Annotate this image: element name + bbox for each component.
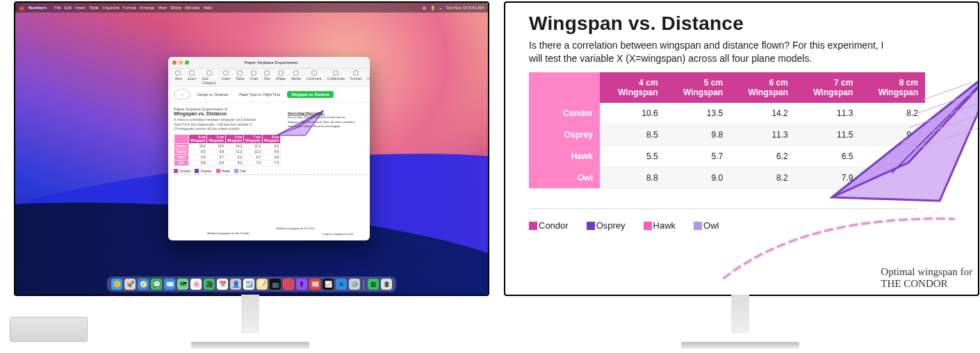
cell[interactable]: 8.2 [225, 160, 243, 165]
cell[interactable]: 8.2 [860, 103, 925, 124]
menu-window[interactable]: Window [185, 6, 199, 10]
toolbar-format[interactable]: Format [348, 70, 364, 85]
dock-podcasts-icon[interactable]: 🎙 [296, 279, 307, 290]
add-sheet-button[interactable]: + [174, 89, 190, 100]
zoom-icon[interactable] [185, 60, 189, 65]
row-header[interactable]: Owl [174, 160, 189, 165]
titlebar[interactable]: Paper Airplane Experiment [168, 57, 370, 69]
cell[interactable]: 14.2 [730, 103, 795, 124]
toolbar-add category[interactable]: Add Category [200, 70, 218, 85]
bar-chart[interactable] [174, 174, 364, 227]
dock-finder-icon[interactable]: 🙂 [111, 279, 122, 290]
cell[interactable]: 8.5 [189, 149, 207, 154]
cell[interactable]: 14.2 [225, 143, 243, 149]
menu-organize[interactable]: Organize [102, 6, 119, 10]
menu-share[interactable]: Share [170, 6, 181, 10]
dock-tv-icon[interactable]: 📺 [270, 279, 281, 290]
tab-design-vs-distance[interactable]: Design vs. Distance [193, 91, 232, 98]
cell[interactable]: 9.8 [207, 149, 225, 154]
wifi-icon[interactable]: ⚙︎ [423, 6, 426, 10]
column-header[interactable]: 8 cm Wingspan [860, 72, 925, 103]
apple-menu-icon[interactable]: 🍎 [19, 6, 24, 10]
cell[interactable]: 8.8 [189, 160, 207, 165]
toolbar-text[interactable]: Text [262, 70, 272, 85]
cell[interactable]: 8.2 [262, 143, 280, 149]
data-table[interactable]: 4 cm Wingspan5 cm Wingspan6 cm Wingspan7… [174, 134, 281, 166]
dock-contacts-icon[interactable]: 👤 [230, 279, 241, 290]
toolbar-insert[interactable]: Insert [220, 70, 233, 85]
cell[interactable]: 7.9 [795, 167, 860, 188]
cell[interactable]: 11.5 [795, 124, 860, 145]
column-header[interactable]: 7 cm Wingspan [244, 134, 262, 143]
document-body[interactable]: Paper Airplane Experiment 3: Wingspan vs… [168, 103, 370, 231]
cell[interactable]: 13.5 [665, 103, 730, 124]
table-row[interactable]: Condor10.613.514.211.38.2 [174, 143, 281, 149]
dock-launchpad-icon[interactable]: 🚀 [124, 279, 136, 290]
cell[interactable]: 6.2 [225, 154, 243, 160]
cell[interactable]: 6.6 [262, 154, 280, 160]
table-row[interactable]: Osprey8.59.811.311.59.9 [174, 149, 281, 154]
row-header[interactable]: Owl [529, 167, 600, 188]
row-header[interactable]: Hawk [529, 145, 600, 167]
cell[interactable]: 9.8 [665, 124, 730, 145]
cell[interactable]: 8.8 [600, 167, 665, 188]
menu-table[interactable]: Table [89, 6, 99, 10]
menu-help[interactable]: Help [203, 6, 211, 10]
cell[interactable]: 9.9 [262, 149, 280, 154]
cell[interactable]: 11.5 [244, 149, 262, 154]
battery-icon[interactable]: 🔋 [430, 6, 435, 10]
dock-photos-icon[interactable]: 🌸 [190, 279, 202, 290]
table-row[interactable]: Owl8.89.08.27.97.3 [529, 167, 925, 188]
column-header[interactable]: 5 cm Wingspan [665, 72, 730, 103]
cell[interactable]: 5.7 [207, 154, 225, 160]
dock-settings-icon[interactable]: ⚙️ [349, 279, 360, 290]
cell[interactable]: 11.3 [795, 103, 860, 124]
cell[interactable]: 10.6 [189, 143, 207, 149]
menu-insert[interactable]: Insert [75, 6, 85, 10]
close-icon[interactable] [172, 60, 177, 65]
toolbar-chart[interactable]: Chart [247, 70, 260, 85]
dock-trash-icon[interactable]: 🗑 [381, 279, 392, 290]
table-row[interactable]: Osprey8.59.811.311.59.9 [529, 124, 925, 145]
tab-wingspan-vs-distance[interactable]: Wingspan vs. Distance [287, 91, 333, 98]
tab-paper-type-vs-flight-time[interactable]: Paper Type vs. Flight Time [235, 91, 284, 98]
dock[interactable]: 🙂🚀🧭💬✉️🗺🌸🎥📅👤☑️📝📺🎵🎙📰📈A⚙️▥🗑 [15, 277, 488, 292]
numbers-window[interactable]: Paper Airplane Experiment ViewZoomAdd Ca… [168, 57, 370, 240]
column-header[interactable]: 4 cm Wingspan [600, 72, 665, 103]
dock-safari-icon[interactable]: 🧭 [138, 279, 149, 290]
dock-calendar-icon[interactable]: 📅 [217, 279, 228, 290]
column-header[interactable]: 6 cm Wingspan [730, 72, 795, 103]
cell[interactable]: 10.6 [600, 103, 665, 124]
menu-file[interactable]: File [54, 6, 61, 10]
table-row[interactable]: Hawk5.55.76.26.56.6 [174, 154, 281, 160]
macos-menubar[interactable]: 🍎 Numbers FileEditInsertTableOrganizeFor… [15, 3, 488, 13]
menubar-clock[interactable]: Tue Nov 10 9:41 AM [446, 6, 484, 10]
row-header[interactable]: Hawk [174, 154, 189, 160]
row-header[interactable]: Osprey [529, 124, 600, 145]
app-name[interactable]: Numbers [28, 6, 47, 10]
toolbar-view[interactable]: View [172, 70, 184, 85]
cell[interactable]: 7.3 [860, 167, 925, 188]
dock-facetime-icon[interactable]: 🎥 [204, 279, 215, 290]
toolbar-shape[interactable]: Shape [274, 70, 288, 85]
cell[interactable]: 11.3 [225, 149, 243, 154]
toolbar-organize[interactable]: Organize [365, 70, 370, 85]
column-header[interactable]: 7 cm Wingspan [795, 72, 860, 103]
row-header[interactable]: Condor [529, 103, 600, 124]
cell[interactable]: 11.3 [244, 143, 262, 149]
cell[interactable]: 9.0 [665, 167, 730, 188]
dock-notes-icon[interactable]: 📝 [256, 279, 268, 290]
cell[interactable]: 5.5 [189, 154, 207, 160]
minimize-icon[interactable] [179, 60, 183, 65]
cell[interactable]: 9.9 [860, 124, 925, 145]
cell[interactable]: 6.2 [730, 145, 795, 167]
dock-messages-icon[interactable]: 💬 [151, 279, 162, 290]
cell[interactable]: 13.5 [207, 143, 225, 149]
cell[interactable]: 6.5 [244, 154, 262, 160]
cell[interactable]: 8.2 [730, 167, 795, 188]
cell[interactable]: 8.5 [600, 124, 665, 145]
cell[interactable]: 6.6 [860, 145, 925, 167]
toolbar-comment[interactable]: Comment [304, 70, 324, 85]
table-row[interactable]: Condor10.613.514.211.38.2 [529, 103, 925, 124]
dock-news-icon[interactable]: 📰 [309, 279, 320, 290]
